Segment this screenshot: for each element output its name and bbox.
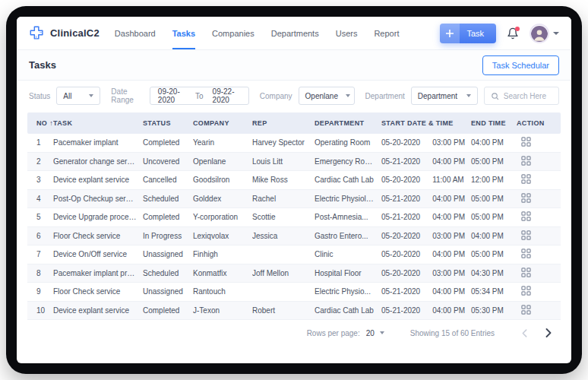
column-header[interactable]: DEPARTMENT <box>315 119 381 127</box>
next-page-button[interactable] <box>539 325 558 340</box>
table-header-row: NO↑TASKSTATUSCOMPANYREPDEPARTMENTSTART D… <box>27 112 561 134</box>
nav-item-users[interactable]: Users <box>336 17 358 49</box>
table-row[interactable]: 10Device explant serviceCompletedJ-Texon… <box>27 302 561 321</box>
prev-page-button[interactable] <box>516 326 533 340</box>
cell-rep: Scottie <box>252 213 315 221</box>
user-menu[interactable] <box>530 24 559 43</box>
cell-company: Finhigh <box>193 250 252 258</box>
cell-end-time: 05:30 PM <box>471 306 517 315</box>
rows-per-page-select[interactable]: 20 <box>366 329 384 337</box>
cell-no: 1 <box>27 138 53 147</box>
row-actions-grid-icon[interactable] <box>517 156 531 166</box>
cell-company: Lexiqvolax <box>193 232 252 240</box>
table-body: 1Pacemaker implantCompletedYearinHarvey … <box>27 134 561 320</box>
row-actions-grid-icon[interactable] <box>517 174 531 184</box>
cell-department: Clinic <box>315 250 381 258</box>
cell-company: Goodsilron <box>193 176 252 184</box>
notification-badge <box>515 27 520 31</box>
cell-department: Cardiac Cath Lab <box>315 306 381 315</box>
column-header[interactable]: TASK <box>53 119 143 127</box>
cell-department: Post-Amnesia... <box>315 213 381 221</box>
notification-bell-icon[interactable] <box>507 27 519 40</box>
cell-status: Uncovered <box>143 157 193 166</box>
nav-item-dashboard[interactable]: Dashboard <box>115 17 156 49</box>
column-header[interactable]: NO↑ <box>27 119 53 127</box>
plus-icon <box>440 24 460 43</box>
table-row[interactable]: 6Floor Check serviceIn ProgressLexiqvola… <box>27 227 561 246</box>
cell-start-datetime: 05-20-202004:00 PM <box>381 250 471 258</box>
status-select[interactable]: All <box>56 87 100 105</box>
cell-end-time: 04:00 PM <box>471 232 517 240</box>
cell-rep: Mike Ross <box>252 176 315 184</box>
cell-department: Operating Room <box>315 138 381 147</box>
table-row[interactable]: 2Generator change serviceUncoveredOpenla… <box>27 153 561 172</box>
column-header[interactable]: STATUS <box>143 119 193 127</box>
nav-item-departments[interactable]: Departments <box>271 17 319 49</box>
brand[interactable]: ClinicalC2 <box>29 25 100 42</box>
date-range-input[interactable]: 09-20-2020 To 09-22-2020 <box>150 87 249 105</box>
row-actions-grid-icon[interactable] <box>517 230 531 240</box>
cell-start-datetime: 05-21-202004:00 PM <box>381 157 471 166</box>
cell-company: Golddex <box>193 195 252 203</box>
add-task-button[interactable]: Task <box>440 24 496 43</box>
cell-no: 3 <box>27 176 53 184</box>
cell-task: Pacemaker implant proce... <box>53 269 143 277</box>
row-actions-grid-icon[interactable] <box>517 193 531 203</box>
table-row[interactable]: 8Pacemaker implant proce...ScheduledKonm… <box>27 264 561 283</box>
filter-bar: Status All Date Range 09-20-2020 To 09-2… <box>17 81 571 111</box>
company-select[interactable]: Openlane <box>299 87 355 105</box>
column-header[interactable]: END TIME <box>471 119 517 127</box>
cell-task: Generator change service <box>53 157 143 166</box>
nav-item-report[interactable]: Report <box>374 17 399 49</box>
search-icon <box>491 92 499 100</box>
row-actions-grid-icon[interactable] <box>517 305 531 315</box>
table-row[interactable]: 9Floor Check serviceUnassignedRantouchEl… <box>27 283 561 302</box>
column-header[interactable]: COMPANY <box>193 119 252 127</box>
task-scheduler-button[interactable]: Task Schedular <box>482 55 559 75</box>
cell-department: Gastro Entero... <box>315 232 381 240</box>
department-select[interactable]: Department <box>411 87 478 105</box>
status-filter-label: Status <box>29 92 50 100</box>
chevron-down-icon <box>380 331 384 334</box>
nav-item-companies[interactable]: Companies <box>212 17 254 49</box>
column-header[interactable]: REP <box>252 119 315 127</box>
cell-start-datetime: 05-20-202003:00 PM <box>381 232 471 240</box>
cell-department: Electric Physiolo... <box>315 195 381 203</box>
table-row[interactable]: 1Pacemaker implantCompletedYearinHarvey … <box>27 134 561 153</box>
row-actions-grid-icon[interactable] <box>517 268 531 277</box>
column-header[interactable]: ACTION <box>517 119 548 127</box>
row-actions-grid-icon[interactable] <box>517 137 531 147</box>
cell-end-time: 05:00 PM <box>471 213 517 221</box>
cell-status: Scheduled <box>143 269 193 277</box>
cell-task: Pacemaker implant <box>53 138 143 147</box>
cell-action <box>517 286 548 297</box>
cell-action <box>517 211 548 223</box>
table-row[interactable]: 4Post-Op Checkup serviceScheduledGolddex… <box>27 190 561 209</box>
column-header[interactable]: START DATE & TIME <box>381 119 471 127</box>
nav-item-tasks[interactable]: Tasks <box>172 17 195 49</box>
table-row[interactable]: 5Device Upgrade procedureCompletedY-corp… <box>27 208 561 227</box>
table-row[interactable]: 3Device explant serviceCancelledGoodsilr… <box>27 171 561 190</box>
row-actions-grid-icon[interactable] <box>517 286 531 296</box>
cell-department: Emergency Room <box>315 157 381 166</box>
company-filter-label: Company <box>260 92 292 100</box>
cell-end-time: 05:34 PM <box>471 287 517 296</box>
cell-task: Device Upgrade procedure <box>53 213 143 221</box>
add-task-label: Task <box>466 29 484 38</box>
date-to-label: To <box>195 92 204 100</box>
cell-status: In Progress <box>143 232 193 240</box>
avatar <box>530 24 549 43</box>
row-actions-grid-icon[interactable] <box>517 249 531 258</box>
cell-start-datetime: 05-20-202003:00 PM <box>381 269 471 277</box>
date-to-value: 09-22-2020 <box>213 87 241 104</box>
cell-action <box>517 230 548 242</box>
table-row[interactable]: 7Device On/Off serviceUnassignedFinhighC… <box>27 245 561 264</box>
page-title: Tasks <box>29 59 56 71</box>
app-window: ClinicalC2 DashboardTasksCompaniesDepart… <box>17 17 571 363</box>
cell-no: 8 <box>27 269 53 277</box>
title-bar: Tasks Task Schedular <box>17 50 571 81</box>
row-actions-grid-icon[interactable] <box>517 211 531 221</box>
search-input[interactable] <box>504 92 552 100</box>
company-select-value: Openlane <box>305 92 338 100</box>
main-nav: DashboardTasksCompaniesDepartmentsUsersR… <box>115 17 400 49</box>
